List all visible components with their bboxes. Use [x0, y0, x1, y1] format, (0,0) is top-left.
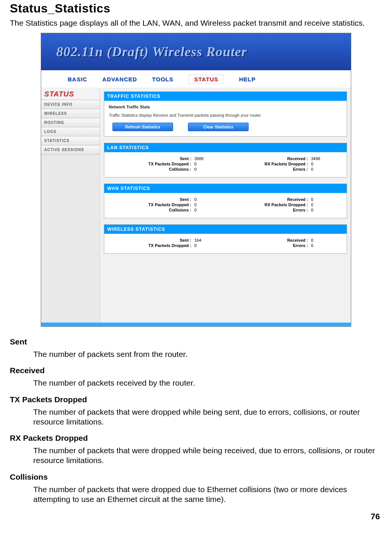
lan-sent-label: Sent : — [109, 156, 193, 161]
wan-collisions-value: 0 — [193, 207, 225, 213]
page-number: 76 — [10, 506, 382, 522]
wan-errors-value: 0 — [309, 207, 342, 213]
def-desc-rx-dropped: The number of packets that were dropped … — [33, 446, 382, 466]
clear-statistics-button[interactable]: Clear Statistics — [188, 123, 248, 131]
sidebar-item-logs[interactable]: LOGS — [41, 127, 100, 136]
wan-rxdrop-label: RX Packets Dropped : — [225, 202, 309, 207]
wireless-txdrop-value: 0 — [193, 243, 225, 248]
def-desc-received: The number of packets received by the ro… — [33, 378, 382, 388]
main-content: TRAFFIC STATISTICS Network Traffic Stats… — [100, 88, 351, 323]
definitions: Sent The number of packets sent from the… — [10, 337, 382, 504]
wan-txdrop-label: TX Packets Dropped : — [109, 202, 193, 207]
def-term-sent: Sent — [10, 337, 382, 346]
wan-rxdrop-value: 0 — [309, 202, 342, 207]
nav-status[interactable]: STATUS — [188, 75, 224, 83]
wireless-received-label: Received : — [225, 238, 309, 243]
wireless-received-value: 0 — [309, 238, 342, 243]
traffic-statistics-panel: TRAFFIC STATISTICS Network Traffic Stats… — [104, 91, 347, 137]
def-term-received: Received — [10, 366, 382, 375]
wireless-sent-value: 164 — [193, 238, 225, 243]
wan-stats-table: Sent : 0 Received : 0 TX Packets Dropped… — [109, 197, 342, 213]
lan-stats-table: Sent : 3989 Received : 3498 TX Packets D… — [109, 156, 342, 172]
page-intro: The Statistics page displays all of the … — [10, 19, 382, 28]
sidebar-item-statistics[interactable]: STATISTICS — [41, 136, 100, 145]
sidebar-item-wireless[interactable]: WIRELESS — [41, 109, 100, 118]
sidebar-item-device-info[interactable]: DEVICE INFO — [41, 100, 100, 109]
wan-statistics-panel: WAN STATISTICS Sent : 0 Received : 0 — [104, 184, 347, 218]
wireless-statistics-title: WIRELESS STATISTICS — [104, 225, 347, 234]
traffic-statistics-title: TRAFFIC STATISTICS — [104, 92, 347, 101]
sidebar-item-active-sessions[interactable]: ACTIVE SESSIONS — [41, 145, 100, 154]
wireless-errors-label: Errors : — [225, 243, 309, 248]
wireless-errors-value: 0 — [309, 243, 342, 248]
nav-tools[interactable]: TOOLS — [152, 76, 173, 82]
def-term-tx-dropped: TX Packets Dropped — [10, 395, 382, 404]
wan-sent-value: 0 — [193, 197, 225, 202]
lan-errors-label: Errors : — [225, 167, 309, 172]
sidebar-item-routing[interactable]: ROUTING — [41, 118, 100, 127]
page-title: Status_Statistics — [10, 2, 382, 15]
wan-statistics-title: WAN STATISTICS — [104, 184, 347, 193]
wireless-statistics-panel: WIRELESS STATISTICS Sent : 164 Received … — [104, 224, 347, 254]
lan-rxdrop-value: 0 — [309, 161, 342, 167]
wan-collisions-label: Collisions : — [109, 207, 193, 213]
wireless-sent-label: Sent : — [109, 238, 193, 243]
lan-errors-value: 0 — [309, 167, 342, 172]
router-header: 802.11n (Draft) Wireless Router — [41, 33, 351, 70]
lan-txdrop-value: 0 — [193, 161, 225, 167]
router-admin-screenshot: 802.11n (Draft) Wireless Router BASIC AD… — [41, 33, 351, 327]
lan-rxdrop-label: RX Packets Dropped : — [225, 161, 309, 167]
lan-received-label: Received : — [225, 156, 309, 161]
wan-received-value: 0 — [309, 197, 342, 202]
lan-statistics-panel: LAN STATISTICS Sent : 3989 Received : 34… — [104, 143, 347, 178]
network-traffic-stats-subtitle: Network Traffic Stats — [109, 105, 342, 109]
router-header-title: 802.11n (Draft) Wireless Router — [56, 44, 247, 60]
def-term-collisions: Collisions — [10, 472, 382, 482]
wireless-stats-table: Sent : 164 Received : 0 TX Packets Dropp… — [109, 238, 342, 248]
lan-statistics-title: LAN STATISTICS — [104, 143, 347, 152]
wireless-txdrop-label: TX Packets Dropped : — [109, 243, 193, 248]
screenshot-footer-divider — [41, 323, 351, 326]
nav-status-label: STATUS — [194, 76, 218, 82]
nav-help[interactable]: HELP — [239, 76, 256, 82]
lan-sent-value: 3989 — [193, 156, 225, 161]
nav-advanced[interactable]: ADVANCED — [102, 76, 137, 82]
top-nav: BASIC ADVANCED TOOLS STATUS HELP — [41, 70, 351, 88]
sidebar: STATUS DEVICE INFO WIRELESS ROUTING LOGS… — [41, 88, 100, 323]
refresh-statistics-button[interactable]: Refresh Statistics — [113, 123, 173, 131]
wan-received-label: Received : — [225, 197, 309, 202]
wan-sent-label: Sent : — [109, 197, 193, 202]
def-desc-collisions: The number of packets that were dropped … — [33, 485, 382, 505]
def-term-rx-dropped: RX Packets Dropped — [10, 434, 382, 443]
lan-collisions-value: 0 — [193, 167, 225, 172]
nav-basic[interactable]: BASIC — [68, 76, 87, 82]
wan-txdrop-value: 0 — [193, 202, 225, 207]
lan-collisions-label: Collisions : — [109, 167, 193, 172]
wan-errors-label: Errors : — [225, 207, 309, 213]
lan-txdrop-label: TX Packets Dropped : — [109, 161, 193, 167]
lan-received-value: 3498 — [309, 156, 342, 161]
network-traffic-stats-desc: Traffic Statistics display Receive and T… — [109, 113, 342, 117]
sidebar-header: STATUS — [41, 88, 100, 100]
def-desc-tx-dropped: The number of packets that were dropped … — [33, 407, 382, 427]
def-desc-sent: The number of packets sent from the rout… — [33, 349, 382, 359]
